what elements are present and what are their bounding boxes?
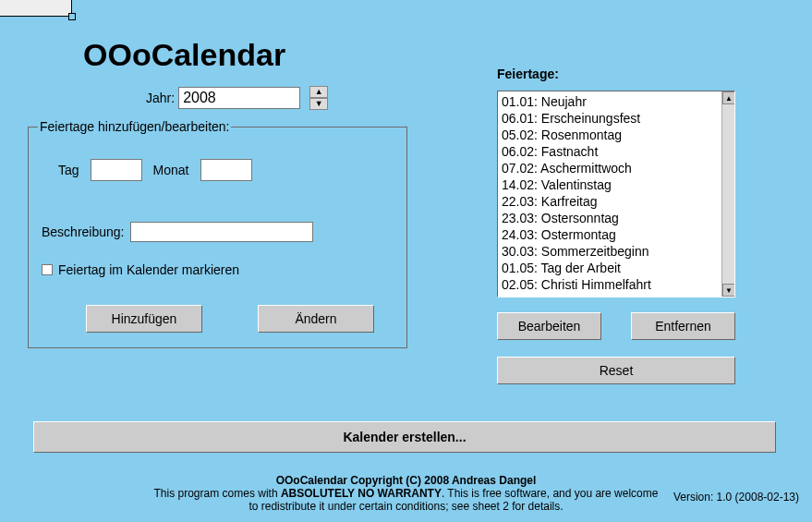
description-input[interactable] — [130, 222, 313, 242]
holidays-label: Feiertage: — [497, 67, 735, 81]
scroll-down-icon[interactable]: ▼ — [722, 284, 735, 297]
selection-handle[interactable] — [68, 13, 76, 20]
mark-in-calendar-checkbox[interactable] — [42, 264, 53, 275]
year-input[interactable] — [178, 87, 300, 109]
year-label: Jahr: — [146, 91, 175, 105]
version-label: Version: 1.0 (2008-02-13) — [673, 491, 799, 504]
list-item[interactable]: 01.05: Tag der Arbeit — [502, 260, 718, 276]
month-label: Monat — [153, 163, 189, 177]
scroll-up-icon[interactable]: ▲ — [722, 91, 735, 104]
list-item[interactable]: 23.03: Ostersonntag — [502, 210, 718, 226]
list-item[interactable]: 06.01: Erscheinungsfest — [502, 110, 718, 127]
create-calendar-button[interactable]: Kalender erstellen... — [33, 421, 776, 453]
year-spin-down[interactable]: ▼ — [309, 98, 328, 110]
month-input[interactable] — [200, 159, 252, 181]
list-item[interactable]: 02.05: Christi Himmelfahrt — [502, 276, 718, 293]
description-label: Beschreibung: — [42, 225, 125, 239]
change-button[interactable]: Ändern — [258, 305, 374, 333]
list-item[interactable]: 07.02: Aschermittwoch — [502, 160, 718, 176]
year-spin-up[interactable]: ▲ — [309, 86, 328, 98]
edit-button[interactable]: Bearbeiten — [497, 312, 601, 340]
list-item[interactable]: 05.02: Rosenmontag — [502, 127, 718, 143]
day-input[interactable] — [91, 159, 142, 181]
mark-in-calendar-label: Feiertag im Kalender markieren — [58, 262, 239, 277]
edit-holiday-fieldset: Feiertage hinzufügen/bearbeiten: Tag Mon… — [28, 127, 407, 348]
list-item[interactable]: 30.03: Sommerzeitbeginn — [502, 243, 718, 260]
holidays-listbox[interactable]: 01.01: Neujahr06.01: Erscheinungsfest05.… — [497, 91, 735, 297]
listbox-scrollbar[interactable]: ▲ ▼ — [721, 91, 734, 297]
fieldset-legend: Feiertage hinzufügen/bearbeiten: — [38, 119, 231, 134]
list-item[interactable]: 14.02: Valentinstag — [502, 176, 718, 193]
year-spinner: ▲ ▼ — [309, 86, 328, 110]
reset-button[interactable]: Reset — [497, 357, 735, 384]
list-item[interactable]: 24.03: Ostermontag — [502, 226, 718, 243]
add-button[interactable]: Hinzufügen — [86, 305, 202, 333]
remove-button[interactable]: Entfernen — [631, 312, 735, 340]
day-label: Tag — [58, 163, 79, 177]
spreadsheet-corner — [0, 0, 72, 17]
list-item[interactable]: 06.02: Fastnacht — [502, 143, 718, 160]
list-item[interactable]: 01.01: Neujahr — [502, 93, 718, 110]
list-item[interactable]: 22.03: Karfreitag — [502, 193, 718, 210]
